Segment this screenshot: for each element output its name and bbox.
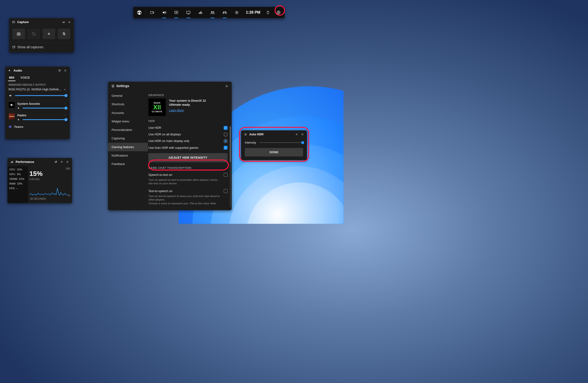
- menu-capturing[interactable]: Capturing: [108, 134, 148, 143]
- settings-panel: Settings General Shortcuts Accounts Widg…: [108, 82, 232, 210]
- tts-checkbox[interactable]: [224, 189, 228, 193]
- opt-hdr-all: Use HDR on all displays: [148, 133, 181, 136]
- menu-general[interactable]: General: [108, 91, 148, 100]
- settings-menu: General Shortcuts Accounts Widget menu P…: [108, 90, 148, 210]
- toolbar-clock: 1:28 PM: [243, 7, 263, 18]
- auto-hdr-title: Auto HDR: [249, 133, 264, 136]
- settings-icon[interactable]: [272, 7, 284, 18]
- tab-mix[interactable]: MIX: [8, 75, 15, 81]
- menu-widget[interactable]: Widget menu: [108, 117, 148, 126]
- brightness-icon: [243, 132, 248, 136]
- record-last-button[interactable]: [27, 29, 40, 39]
- mic-button[interactable]: [58, 29, 70, 39]
- performance-icon[interactable]: [194, 7, 207, 18]
- app-name: Hades: [17, 113, 27, 117]
- volume-icon: [17, 107, 21, 110]
- svg-point-28: [245, 134, 246, 135]
- svg-point-16: [13, 22, 14, 22]
- directx-logo: DirectX XII ULTIMATE: [148, 99, 166, 116]
- menu-gaming-features[interactable]: Gaming features: [108, 143, 148, 151]
- show-all-captures[interactable]: Show all captures: [9, 43, 74, 52]
- display-icon[interactable]: [182, 7, 194, 18]
- adjust-hdr-intensity-button[interactable]: ADJUST HDR INTENSITY: [148, 153, 228, 162]
- svg-point-27: [112, 86, 113, 87]
- pin-icon[interactable]: [62, 20, 66, 24]
- menu-feedback[interactable]: Feedback: [108, 160, 148, 168]
- learn-more-link[interactable]: Learn More: [169, 108, 213, 113]
- xbox-icon[interactable]: [133, 7, 145, 18]
- svg-rect-22: [12, 161, 12, 163]
- audio-title: Audio: [13, 69, 22, 72]
- menu-shortcuts[interactable]: Shortcuts: [108, 100, 148, 109]
- perf-big-percent: 15%: [29, 168, 70, 178]
- volume-icon: [9, 94, 12, 97]
- capture-icon[interactable]: [170, 7, 182, 18]
- pin-icon[interactable]: [295, 132, 299, 136]
- record-button[interactable]: [42, 29, 55, 39]
- app-icon: [9, 125, 12, 128]
- settings-scrollbar[interactable]: [230, 126, 231, 207]
- svg-point-14: [278, 12, 279, 13]
- svg-point-17: [18, 33, 20, 35]
- audio-title-icon: [8, 68, 12, 73]
- settings-title: Settings: [116, 84, 129, 88]
- audio-icon[interactable]: [158, 7, 170, 18]
- app-icon: HADES: [9, 113, 15, 120]
- close-icon[interactable]: [67, 20, 71, 24]
- chat-heading: GAME CHAT TRANSCRIPTION: [148, 166, 228, 169]
- svg-rect-4: [187, 11, 190, 13]
- screenshot-button[interactable]: [12, 29, 25, 39]
- output-device-dropdown[interactable]: ROG PG27U (2- NVIDIA High Definition A..…: [5, 87, 70, 93]
- svg-rect-21: [11, 162, 11, 163]
- svg-rect-15: [12, 21, 15, 23]
- svg-rect-7: [201, 11, 201, 14]
- favorite-icon[interactable]: ☆: [64, 114, 66, 116]
- app-volume-slider[interactable]: [22, 119, 66, 120]
- favorite-icon[interactable]: ☆: [64, 102, 66, 105]
- volume-icon: [17, 118, 21, 121]
- mouse-icon[interactable]: [263, 7, 273, 18]
- auto-hdr-checkbox[interactable]: ✓: [224, 146, 228, 150]
- use-hdr-checkbox[interactable]: ✓: [224, 126, 228, 130]
- svg-point-9: [211, 11, 212, 12]
- app-icon: [9, 102, 15, 108]
- capture-title: Capture: [17, 20, 29, 24]
- audio-widget: Audio MIX VOICE WINDOWS DEFAULT OUTPUT R…: [5, 67, 70, 139]
- pin-icon[interactable]: [60, 160, 64, 164]
- controller-icon[interactable]: [218, 7, 231, 18]
- brightness-icon[interactable]: [231, 7, 243, 18]
- svg-point-25: [56, 161, 57, 161]
- menu-accounts[interactable]: Accounts: [108, 109, 148, 117]
- options-icon[interactable]: [54, 160, 58, 164]
- intensity-slider[interactable]: [259, 142, 303, 143]
- pin-icon[interactable]: [57, 68, 62, 73]
- hdr-main-radio[interactable]: [224, 139, 228, 143]
- close-icon[interactable]: [225, 85, 228, 88]
- gamebar-toolbar: 1:28 PM: [133, 7, 285, 18]
- master-volume-slider[interactable]: [15, 95, 66, 96]
- capture-widget: Capture Show all captures: [9, 18, 74, 52]
- app-volume-slider[interactable]: [22, 108, 66, 109]
- performance-title: Performance: [16, 160, 34, 164]
- social-icon[interactable]: [207, 7, 218, 18]
- done-button[interactable]: DONE: [245, 148, 303, 157]
- tab-voice[interactable]: VOICE: [20, 75, 31, 81]
- menu-notifications[interactable]: Notifications: [108, 151, 148, 160]
- close-icon[interactable]: [63, 68, 67, 73]
- app-name: System Sounds: [17, 102, 40, 106]
- perf-stats: CPU 15% GPU 3% VRAM 22% RAM 33% FPS --: [7, 166, 28, 203]
- menu-personalization[interactable]: Personalization: [108, 126, 148, 134]
- intensity-label: Intensity: [245, 141, 256, 144]
- svg-point-12: [236, 12, 237, 13]
- close-icon[interactable]: [300, 132, 305, 136]
- hdr-all-radio[interactable]: [224, 133, 228, 136]
- svg-rect-20: [12, 46, 14, 48]
- capture-title-icon: [12, 20, 16, 24]
- svg-rect-1: [150, 11, 153, 13]
- svg-rect-24: [13, 162, 13, 163]
- broadcast-icon[interactable]: [146, 7, 158, 18]
- chevron-down-icon: [63, 88, 66, 91]
- close-icon[interactable]: [65, 160, 70, 164]
- tts-extra: Choose a voice to represent you. This is…: [148, 202, 228, 205]
- stt-checkbox[interactable]: [224, 173, 228, 177]
